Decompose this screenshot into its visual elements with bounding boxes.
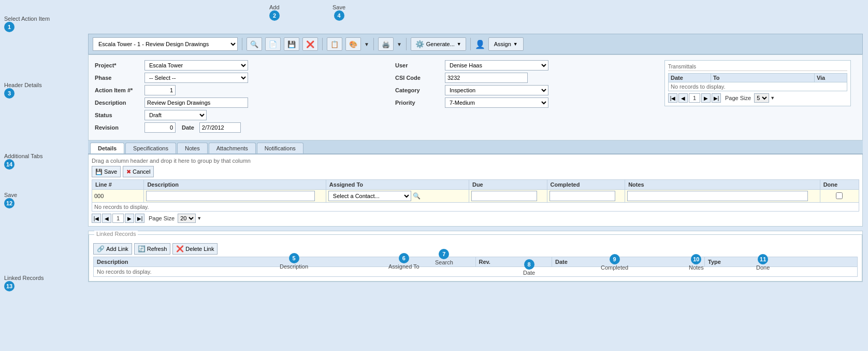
tab-details[interactable]: Details (90, 143, 124, 153)
trans-prev-page[interactable]: ◀ (678, 93, 688, 103)
annotation-9-bubble: 9 (610, 254, 620, 264)
annotation-14-bubble: 14 (4, 159, 15, 170)
lr-col-rev: Rev. (475, 257, 552, 267)
priority-select[interactable]: 7-Medium (445, 97, 548, 108)
csi-code-label: CSI Code (395, 75, 442, 81)
user-select[interactable]: Denise Haas (445, 60, 548, 71)
annotation-13-label: Linked Records (4, 275, 44, 281)
details-cancel-button[interactable]: ✖ Cancel (123, 166, 154, 177)
details-no-records: No records to display. (92, 203, 859, 212)
status-select[interactable]: Draft (144, 110, 207, 120)
toolbar-sep-5 (470, 38, 471, 50)
delete-button[interactable]: ❌ (302, 37, 318, 51)
annotation-2: Add 2 (269, 4, 280, 21)
row-contact-select[interactable]: Select a Contact... (328, 191, 411, 201)
annotation-1: Select Action Item 1 (4, 16, 50, 32)
row-description-input[interactable] (146, 191, 314, 201)
date-input[interactable] (199, 122, 241, 133)
col-done: Done (820, 180, 859, 190)
annotation-4-bubble: 4 (334, 10, 344, 21)
annotation-12-label: Save (4, 192, 17, 198)
trans-col-to: To (711, 74, 814, 82)
annotation-8: 8 Date (523, 259, 535, 276)
project-select[interactable]: Escala Tower (144, 60, 248, 71)
transmittals-table: Date To Via No records to display. (668, 73, 847, 91)
col-due: Due (469, 180, 547, 190)
tab-bar: Details Specifications Notes Attachments… (88, 141, 863, 155)
trans-page-size-icon: ▼ (770, 95, 775, 101)
assign-button[interactable]: Assign ▼ (488, 37, 524, 51)
lr-no-records: No records to display. (94, 267, 858, 277)
details-prev-page[interactable]: ◀ (102, 214, 111, 223)
details-cancel-icon: ✖ (126, 169, 131, 175)
toolbar-sep-3 (373, 38, 374, 50)
row-completed-cell (547, 190, 625, 203)
status-label: Status (95, 112, 141, 118)
copy-button[interactable]: 📋 (327, 37, 342, 51)
add-link-button[interactable]: 🔗 Add Link (93, 243, 132, 255)
col-completed: Completed (547, 180, 625, 190)
details-page-size-select[interactable]: 20 (178, 214, 196, 223)
transmittals-container: Transmittals Date To Via No records to d… (664, 60, 851, 106)
row-notes-input[interactable] (627, 191, 808, 201)
trans-next-page[interactable]: ▶ (701, 93, 711, 103)
annotation-11-bubble: 11 (758, 254, 768, 264)
revision-input[interactable] (144, 122, 176, 133)
project-label: Project* (95, 62, 141, 68)
search-button[interactable]: 🔍 (247, 37, 262, 51)
annotation-14: Additional Tabs 14 (4, 153, 42, 170)
action-item-select[interactable]: Escala Tower - 1 - Review Design Drawing… (93, 37, 238, 51)
row-search-icon[interactable]: 🔍 (413, 192, 421, 200)
trans-last-page[interactable]: ▶| (712, 93, 721, 103)
details-first-page[interactable]: |◀ (92, 214, 101, 223)
status-row: Status Draft (95, 110, 385, 120)
annotation-13: Linked Records 13 (4, 275, 44, 291)
details-current-page: 1 (112, 214, 124, 223)
print-dropdown-arrow[interactable]: ▼ (397, 41, 402, 47)
generate-button[interactable]: ⚙️ Generate... ▼ (411, 37, 466, 51)
annotation-5-label: Description (280, 263, 308, 270)
tabs-section: Details Specifications Notes Attachments… (88, 141, 863, 227)
annotation-12: Save 12 (4, 192, 17, 208)
priority-row: Priority 7-Medium (395, 97, 561, 108)
action-item-num-input[interactable] (144, 85, 176, 95)
description-row: Description (95, 97, 385, 108)
add-button[interactable]: 📄 (265, 37, 281, 51)
tab-attachments[interactable]: Attachments (209, 143, 256, 153)
delete-link-icon: ❌ (176, 245, 184, 252)
phase-select[interactable]: -- Select -- (144, 73, 248, 83)
delete-link-button[interactable]: ❌ Delete Link (172, 243, 218, 255)
description-input[interactable] (144, 97, 248, 108)
trans-col-date: Date (669, 74, 711, 82)
row-completed-input[interactable] (549, 191, 615, 201)
save-toolbar-button[interactable]: 💾 (284, 37, 299, 51)
toolbar-sep-4 (406, 38, 407, 50)
refresh-button[interactable]: 🔄 Refresh (134, 243, 171, 255)
annotation-1-bubble: 1 (4, 22, 15, 32)
print-button[interactable]: 🖨️ (378, 37, 394, 51)
row-done-checkbox[interactable] (836, 192, 843, 199)
color-button[interactable]: 🎨 (345, 37, 361, 51)
tab-content-details: Drag a column header and drop it here to… (88, 155, 863, 227)
row-notes-cell (625, 190, 820, 203)
row-due-input[interactable] (471, 191, 537, 201)
color-dropdown-arrow[interactable]: ▼ (364, 41, 369, 47)
details-last-page[interactable]: ▶| (135, 214, 144, 223)
col-notes: Notes (625, 180, 820, 190)
linked-records-section: Linked Records 🔗 Add Link 🔄 Refresh ❌ De… (88, 231, 863, 282)
col-line-num: Line # (92, 180, 144, 190)
details-save-button[interactable]: 💾 Save (92, 166, 121, 177)
tab-notifications[interactable]: Notifications (257, 143, 303, 153)
annotation-9: 9 Completed (601, 254, 628, 271)
csi-code-input[interactable] (445, 73, 528, 83)
trans-first-page[interactable]: |◀ (668, 93, 677, 103)
annotation-12-bubble: 12 (4, 198, 15, 208)
tab-notes[interactable]: Notes (177, 143, 208, 153)
annotation-10-label: Notes (689, 264, 704, 271)
details-save-icon: 💾 (95, 169, 103, 175)
details-next-page[interactable]: ▶ (125, 214, 134, 223)
header-details-form: Project* Escala Tower Phase -- Select --… (88, 54, 863, 141)
trans-page-size-select[interactable]: 5 (754, 93, 769, 103)
tab-specifications[interactable]: Specifications (125, 143, 176, 153)
category-select[interactable]: Inspection (445, 85, 548, 95)
